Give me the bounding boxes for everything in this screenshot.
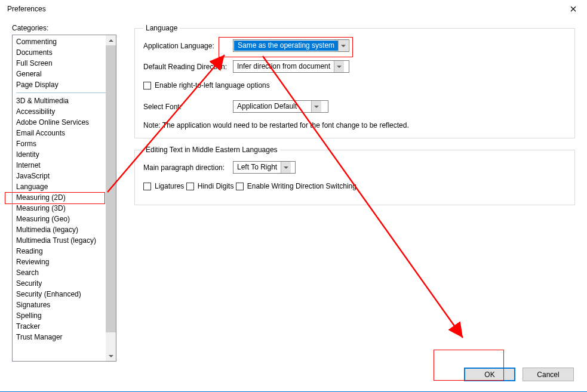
- ligatures-label: Ligatures: [155, 182, 184, 190]
- checkbox-box: [143, 82, 151, 89]
- combo-button[interactable]: [311, 101, 321, 112]
- chevron-down-icon: [337, 66, 342, 68]
- scrollbar[interactable]: [106, 35, 116, 361]
- category-item[interactable]: Multimedia Trust (legacy): [13, 235, 116, 246]
- cancel-label: Cancel: [537, 371, 559, 379]
- close-button[interactable]: [560, 0, 587, 18]
- category-item[interactable]: Full Screen: [13, 58, 116, 69]
- category-item[interactable]: JavaScript: [13, 171, 116, 181]
- chevron-down-icon: [341, 45, 346, 47]
- category-item[interactable]: Adobe Online Services: [13, 117, 116, 128]
- ok-button[interactable]: OK: [464, 368, 515, 381]
- category-item[interactable]: Commenting: [13, 36, 116, 47]
- category-item[interactable]: Email Accounts: [13, 128, 116, 138]
- writing-direction-checkbox[interactable]: Enable Writing Direction Switching: [236, 182, 356, 190]
- category-item[interactable]: Signatures: [13, 300, 116, 310]
- category-item[interactable]: Search: [13, 267, 116, 278]
- checkbox-box: [236, 183, 244, 190]
- font-value: Application Default: [233, 101, 311, 112]
- category-item[interactable]: Forms: [13, 138, 116, 149]
- chevron-down-icon: [284, 166, 288, 169]
- font-note: Note: The application would need to be r…: [143, 121, 566, 129]
- category-item[interactable]: Measuring (3D): [13, 203, 116, 214]
- language-group: Language Application Language: Same as t…: [134, 24, 575, 138]
- checkbox-box: [186, 183, 194, 190]
- category-item[interactable]: Page Display: [13, 79, 116, 90]
- category-item[interactable]: Security: [13, 278, 116, 289]
- font-combo[interactable]: Application Default: [233, 100, 328, 113]
- category-item[interactable]: Spelling: [13, 310, 116, 321]
- rtl-checkbox[interactable]: Enable right-to-left language options: [143, 81, 270, 89]
- category-item[interactable]: Measuring (2D): [13, 192, 116, 203]
- language-legend: Language: [143, 24, 180, 32]
- combo-button[interactable]: [334, 61, 344, 72]
- category-item[interactable]: Language: [13, 181, 116, 192]
- checkbox-box: [143, 183, 151, 190]
- cancel-button[interactable]: Cancel: [523, 368, 574, 381]
- categories-label: Categories:: [12, 24, 116, 32]
- app-language-label: Application Language:: [143, 42, 233, 50]
- hindi-digits-checkbox[interactable]: Hindi Digits: [186, 182, 234, 190]
- category-item[interactable]: Reviewing: [13, 257, 116, 267]
- chevron-down-icon: [314, 106, 319, 108]
- category-separator: [16, 92, 113, 93]
- category-item[interactable]: Internet: [13, 160, 116, 171]
- font-label: Select Font:: [143, 103, 233, 111]
- category-item[interactable]: Multimedia (legacy): [13, 224, 116, 235]
- category-item[interactable]: General: [13, 69, 116, 79]
- writing-direction-label: Enable Writing Direction Switching: [247, 182, 356, 190]
- category-item[interactable]: Trust Manager: [13, 332, 116, 342]
- reading-direction-label: Default Reading Direction:: [143, 63, 233, 71]
- category-item[interactable]: Documents: [13, 47, 116, 58]
- scroll-down-button[interactable]: [106, 351, 116, 361]
- window-title: Preferences: [7, 5, 560, 13]
- category-item[interactable]: Identity: [13, 149, 116, 160]
- categories-listbox[interactable]: CommentingDocumentsFull ScreenGeneralPag…: [12, 35, 116, 362]
- reading-direction-combo[interactable]: Infer direction from document: [233, 60, 349, 73]
- category-item[interactable]: Security (Enhanced): [13, 289, 116, 300]
- ok-label: OK: [484, 371, 494, 379]
- para-direction-label: Main paragraph direction:: [143, 163, 233, 172]
- chevron-down-icon: [109, 355, 113, 357]
- me-languages-group: Editing Text in Middle Eastern Languages…: [134, 146, 575, 205]
- category-item[interactable]: Measuring (Geo): [13, 214, 116, 224]
- hindi-digits-label: Hindi Digits: [198, 182, 234, 190]
- scroll-up-button[interactable]: [106, 35, 116, 45]
- reading-direction-value: Infer direction from document: [233, 61, 334, 72]
- combo-button[interactable]: [338, 40, 348, 51]
- ligatures-checkbox[interactable]: Ligatures: [143, 182, 184, 190]
- para-direction-value: Left To Right: [233, 162, 281, 173]
- me-languages-legend: Editing Text in Middle Eastern Languages: [143, 146, 280, 154]
- rtl-checkbox-label: Enable right-to-left language options: [155, 81, 270, 89]
- para-direction-combo[interactable]: Left To Right: [233, 161, 296, 174]
- category-item[interactable]: 3D & Multimedia: [13, 95, 116, 106]
- app-language-combo[interactable]: Same as the operating system: [233, 39, 349, 52]
- category-item[interactable]: Reading: [13, 246, 116, 257]
- close-icon: [570, 6, 576, 12]
- app-language-value: Same as the operating system: [234, 41, 338, 51]
- chevron-up-icon: [109, 39, 113, 42]
- category-item[interactable]: Tracker: [13, 321, 116, 332]
- category-item[interactable]: Accessibility: [13, 106, 116, 117]
- combo-button[interactable]: [281, 162, 291, 173]
